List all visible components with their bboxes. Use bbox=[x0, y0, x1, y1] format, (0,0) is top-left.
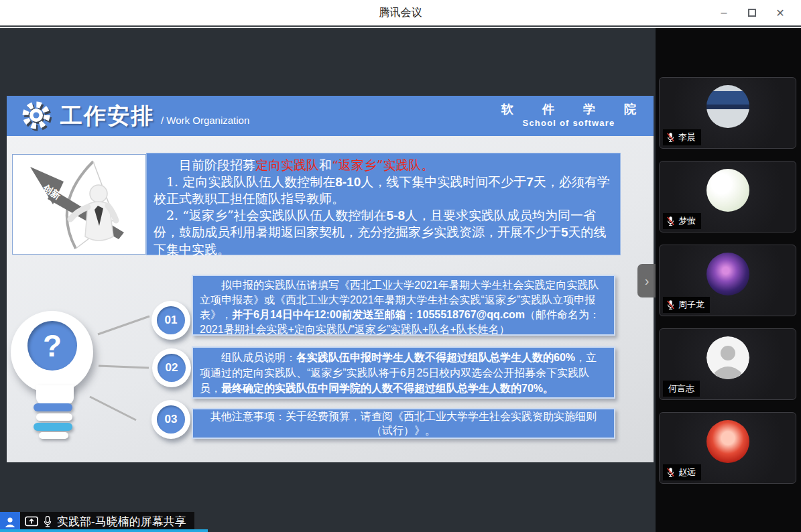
innovation-archer-image: 创新 bbox=[12, 154, 146, 255]
avatar bbox=[706, 420, 749, 463]
muted-mic-icon bbox=[666, 300, 675, 310]
participant-name-tag: 何言志 bbox=[663, 381, 700, 397]
slide-subtitle: / Work Organization bbox=[161, 115, 249, 126]
participant-tile[interactable]: 何言志 bbox=[659, 328, 796, 400]
slide-title: 工作安排 bbox=[60, 101, 154, 131]
participant-name-tag: 周子龙 bbox=[663, 297, 710, 313]
shared-screen-area: 工作安排 / Work Organization 软 件 学 院 School … bbox=[0, 28, 656, 532]
maximize-icon bbox=[748, 9, 756, 17]
item-box-members: 组队成员说明：各实践队伍申报时学生人数不得超过组队总学生人数的60%，立项通过的… bbox=[192, 346, 615, 399]
minimize-button[interactable]: – bbox=[710, 0, 738, 25]
bulb-stripe bbox=[34, 403, 72, 411]
intro-rule-1: 1. 定向实践队队伍人数控制在8-10人，线下集中实践时间不少于7天，必须有学校… bbox=[153, 174, 612, 207]
participants-panel: 李晨 梦萤 bbox=[656, 28, 801, 532]
bulb-neck bbox=[36, 385, 74, 404]
participant-tile[interactable]: 赵远 bbox=[659, 412, 796, 484]
slide-header: 工作安排 / Work Organization 软 件 学 院 School … bbox=[7, 96, 654, 136]
default-avatar-icon bbox=[706, 336, 749, 379]
intro-rule-2: 2. “返家乡”社会实践队队伍人数控制在5-8人，且要求实践队成员均为同一省份，… bbox=[153, 207, 612, 258]
school-name-en: School of software bbox=[501, 118, 636, 128]
slide-title-group: 工作安排 / Work Organization bbox=[60, 96, 249, 136]
participant-name-tag: 李晨 bbox=[663, 129, 701, 145]
muted-mic-icon bbox=[666, 216, 675, 226]
gear-icon bbox=[21, 101, 52, 131]
muted-mic-icon bbox=[666, 467, 675, 478]
school-logo-text: 软 件 学 院 School of software bbox=[501, 101, 636, 128]
item-number-03: 03 bbox=[151, 400, 190, 439]
item-number-01: 01 bbox=[151, 301, 190, 340]
avatar bbox=[706, 169, 749, 212]
share-owner-label: 实践部-马晓楠的屏幕共享 bbox=[57, 514, 186, 529]
participant-name-tag: 梦萤 bbox=[663, 213, 701, 229]
microphone-icon bbox=[43, 515, 52, 528]
share-indicator-bar bbox=[0, 529, 208, 532]
muted-mic-icon bbox=[666, 132, 675, 143]
screen-share-status: 实践部-马晓楠的屏幕共享 bbox=[20, 512, 194, 531]
participant-tile[interactable]: 李晨 bbox=[659, 77, 796, 149]
participant-name-tag: 赵远 bbox=[663, 464, 701, 480]
window-controls: – ✕ bbox=[710, 0, 794, 25]
participant-tile[interactable]: 梦萤 bbox=[659, 161, 796, 232]
question-mark: ? bbox=[27, 321, 77, 371]
avatar bbox=[706, 253, 749, 295]
bulb-stripe bbox=[34, 423, 72, 431]
window-title: 腾讯会议 bbox=[0, 0, 801, 25]
avatar bbox=[706, 336, 749, 379]
chevron-right-icon: › bbox=[645, 273, 650, 289]
tencent-meeting-window: 腾讯会议 – ✕ bbox=[0, 0, 801, 532]
panel-expand-tab[interactable]: › bbox=[637, 264, 656, 297]
intro-line-1: 目前阶段招募定向实践队和“返家乡”实践队。 bbox=[153, 157, 612, 174]
presentation-slide: 工作安排 / Work Organization 软 件 学 院 School … bbox=[7, 96, 654, 462]
school-name-cn: 软 件 学 院 bbox=[501, 101, 649, 117]
item-box-notes: 其他注意事项：关于经费预算，请查阅《西北工业大学学生社会实践资助实施细则（试行）… bbox=[192, 408, 615, 439]
screen-share-icon bbox=[25, 516, 38, 527]
person-icon bbox=[3, 515, 17, 529]
maximize-button[interactable] bbox=[738, 0, 766, 25]
bulb-stripe bbox=[39, 432, 68, 439]
recruitment-intro-box: 目前阶段招募定向实践队和“返家乡”实践队。 1. 定向实践队队伍人数控制在8-1… bbox=[146, 153, 621, 255]
bulb-stripe bbox=[36, 413, 72, 421]
window-titlebar[interactable]: 腾讯会议 – ✕ bbox=[0, 0, 801, 27]
participant-tile[interactable]: 周子龙 bbox=[659, 245, 796, 316]
avatar bbox=[706, 85, 749, 128]
presenter-icon bbox=[0, 512, 20, 531]
item-number-02: 02 bbox=[152, 348, 191, 387]
item-box-application: 拟申报的实践队伍请填写《西北工业大学2021年暑期大学生社会实践定向实践队立项申… bbox=[192, 275, 615, 336]
close-button[interactable]: ✕ bbox=[766, 0, 794, 25]
